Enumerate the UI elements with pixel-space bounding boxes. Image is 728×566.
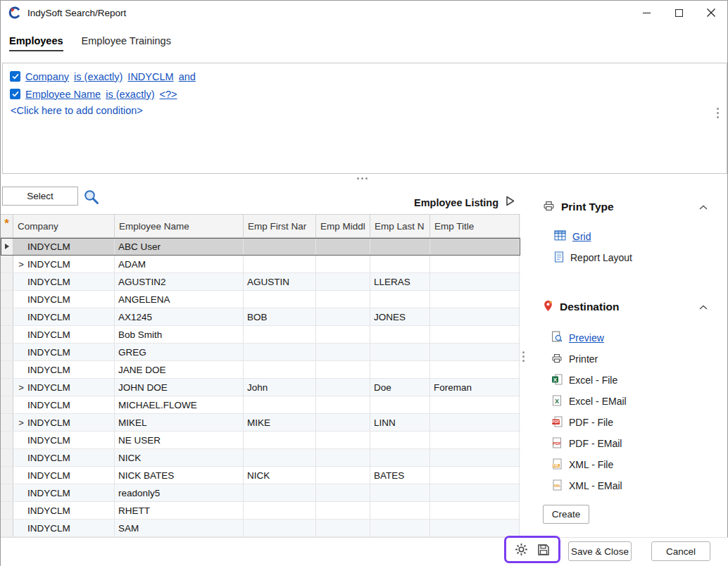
cell-last[interactable]: Doe: [370, 379, 430, 396]
excel-email-option-label[interactable]: Excel - EMail: [569, 396, 627, 407]
tab-employees[interactable]: Employees: [9, 35, 63, 51]
table-row[interactable]: INDYCLMBob Smith: [1, 326, 520, 344]
destination-option-excel-file[interactable]: X Excel - File: [551, 372, 720, 388]
destination-option-preview[interactable]: Preview: [551, 330, 720, 346]
table-row[interactable]: INDYCLMRHETT: [1, 502, 520, 520]
column-header-middle-name[interactable]: Emp Middl: [316, 215, 370, 237]
cell-title[interactable]: [430, 344, 520, 360]
destination-option-printer[interactable]: Printer: [551, 351, 720, 367]
cell-company[interactable]: INDYCLM: [13, 326, 115, 343]
cell-last[interactable]: [370, 256, 430, 272]
cell-name[interactable]: NE USER: [115, 432, 244, 448]
cell-first[interactable]: AGUSTIN: [244, 273, 316, 290]
xml-file-option-label[interactable]: XML - File: [569, 459, 613, 470]
cell-first[interactable]: [244, 520, 316, 536]
cell-last[interactable]: JONES: [370, 308, 430, 325]
cell-last[interactable]: BATES: [370, 467, 430, 484]
cell-middle[interactable]: [316, 502, 370, 519]
cell-company[interactable]: INDYCLM: [13, 238, 115, 255]
cell-middle[interactable]: [316, 520, 370, 536]
cell-middle[interactable]: [316, 273, 370, 290]
cell-name[interactable]: GREG: [115, 344, 244, 360]
grid-splitter-handle[interactable]: [522, 351, 525, 362]
destination-option-xml-file[interactable]: XML XML - File: [551, 457, 720, 472]
cell-first[interactable]: [244, 484, 316, 501]
cell-title[interactable]: [430, 326, 520, 343]
cell-first[interactable]: [244, 449, 316, 466]
row-expand-icon[interactable]: >: [15, 382, 27, 393]
row-expand-icon[interactable]: >: [15, 259, 27, 270]
cell-name[interactable]: Bob Smith: [115, 326, 244, 343]
cell-title[interactable]: Foreman: [430, 379, 520, 396]
cell-name[interactable]: JOHN DOE: [115, 379, 244, 396]
cell-title[interactable]: [430, 467, 520, 484]
tab-employee-trainings[interactable]: Employee Trainings: [82, 35, 171, 51]
column-header-last-name[interactable]: Emp Last N: [370, 215, 430, 237]
column-header-emp-title[interactable]: Emp Title: [430, 215, 520, 237]
cell-title[interactable]: [430, 256, 520, 272]
cell-title[interactable]: [430, 449, 520, 466]
table-row[interactable]: INDYCLMANGELENA: [1, 291, 520, 308]
cell-title[interactable]: [430, 432, 520, 448]
cell-name[interactable]: AX1245: [115, 308, 244, 325]
destination-option-pdf-email[interactable]: PDF PDF - EMail: [551, 436, 720, 451]
table-row[interactable]: INDYCLMreadonly5: [1, 484, 520, 502]
cell-title[interactable]: [430, 291, 520, 308]
xml-email-option-label[interactable]: XML - EMail: [569, 480, 622, 491]
cell-company[interactable]: >INDYCLM: [13, 379, 115, 396]
run-report-icon[interactable]: [505, 195, 515, 210]
cell-middle[interactable]: [316, 326, 370, 343]
cell-company[interactable]: INDYCLM: [13, 484, 115, 501]
cell-first[interactable]: [244, 502, 316, 519]
condition-1-checkbox[interactable]: [10, 71, 20, 82]
cell-company[interactable]: >INDYCLM: [13, 256, 115, 272]
cell-first[interactable]: John: [244, 379, 316, 396]
print-type-option-grid[interactable]: Grid: [554, 229, 720, 244]
minimize-button[interactable]: [630, 1, 663, 25]
cell-company[interactable]: INDYCLM: [13, 449, 115, 466]
cell-middle[interactable]: [316, 238, 370, 255]
cell-middle[interactable]: [316, 308, 370, 325]
cell-first[interactable]: [244, 361, 316, 378]
cell-middle[interactable]: [316, 344, 370, 360]
cell-first[interactable]: [244, 344, 316, 360]
cell-company[interactable]: >INDYCLM: [13, 414, 115, 431]
table-row[interactable]: INDYCLMSAM: [1, 520, 520, 537]
cell-first[interactable]: [244, 291, 316, 308]
cell-company[interactable]: INDYCLM: [13, 291, 115, 308]
panel-splitter-handle[interactable]: [357, 177, 368, 180]
chevron-up-icon[interactable]: [699, 201, 708, 213]
maximize-button[interactable]: [663, 1, 695, 25]
cell-company[interactable]: INDYCLM: [13, 344, 115, 360]
condition-2-field-link[interactable]: Employee Name: [25, 89, 101, 100]
table-row[interactable]: >INDYCLMMIKELMIKELINN: [1, 414, 520, 432]
cell-middle[interactable]: [316, 256, 370, 272]
cell-first[interactable]: [244, 256, 316, 272]
destination-option-pdf-file[interactable]: PDF PDF - File: [551, 415, 720, 430]
pdf-email-option-label[interactable]: PDF - EMail: [569, 438, 622, 449]
cell-middle[interactable]: [316, 379, 370, 396]
cell-last[interactable]: [370, 396, 430, 413]
cell-first[interactable]: NICK: [244, 467, 316, 484]
table-row[interactable]: INDYCLMGREG: [1, 344, 520, 361]
table-row[interactable]: INDYCLMABC User: [1, 238, 520, 256]
table-row[interactable]: INDYCLMMICHAEL.FLOWE: [1, 396, 520, 414]
cell-first[interactable]: [244, 396, 316, 413]
cell-last[interactable]: [370, 502, 430, 519]
cell-first[interactable]: [244, 326, 316, 343]
cell-middle[interactable]: [316, 449, 370, 466]
cell-company[interactable]: INDYCLM: [13, 502, 115, 519]
table-row[interactable]: INDYCLMNICK: [1, 449, 520, 467]
cell-name[interactable]: NICK BATES: [115, 467, 244, 484]
excel-file-option-label[interactable]: Excel - File: [569, 375, 617, 386]
cell-middle[interactable]: [316, 361, 370, 378]
condition-2-value-link[interactable]: <?>: [159, 89, 177, 100]
cell-name[interactable]: AGUSTIN2: [115, 273, 244, 290]
cell-last[interactable]: [370, 361, 430, 378]
table-row[interactable]: INDYCLMNE USER: [1, 432, 520, 449]
cell-last[interactable]: [370, 326, 430, 343]
cell-company[interactable]: INDYCLM: [13, 520, 115, 536]
cell-last[interactable]: LINN: [370, 414, 430, 431]
cell-name[interactable]: ABC User: [115, 238, 244, 255]
gear-icon[interactable]: [515, 543, 528, 556]
